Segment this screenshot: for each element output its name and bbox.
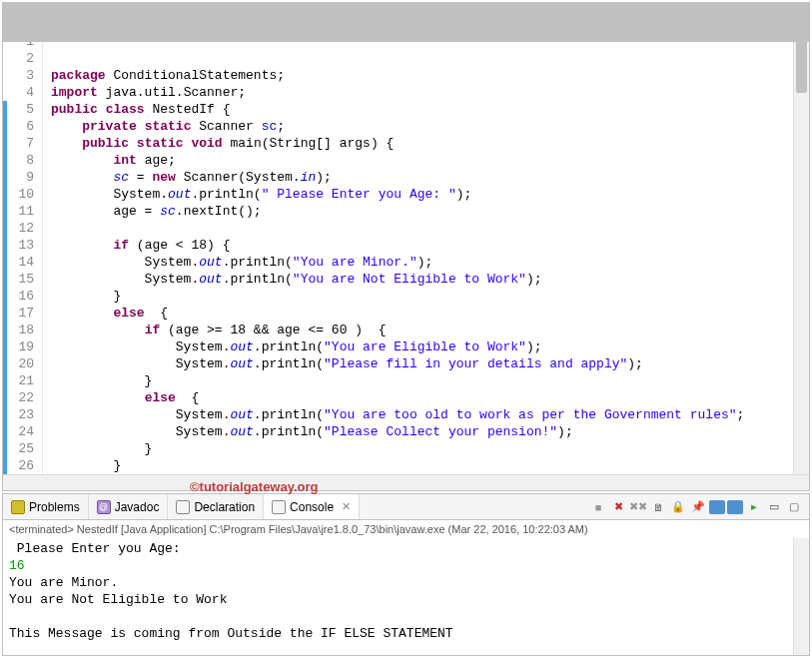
editor-pane: J NestedIf.java ✕ 1234567891011121314151… <box>2 2 810 491</box>
bottom-tab-bar: Problems @ Javadoc Declaration Console ✕… <box>3 494 809 520</box>
console-output[interactable]: Please Enter you Age: 16You are Minor.Yo… <box>3 538 793 655</box>
vertical-scrollbar[interactable] <box>793 29 809 474</box>
tab-javadoc[interactable]: @ Javadoc <box>89 494 169 519</box>
remove-launch-icon[interactable]: ✖ <box>609 498 627 516</box>
bottom-pane: Problems @ Javadoc Declaration Console ✕… <box>2 493 810 656</box>
console-toolbar: ■ ✖ ✖✖ 🗎 🔒 📌 ▸ ▭ ▢ <box>589 498 803 516</box>
tab-declaration[interactable]: Declaration <box>168 494 264 519</box>
watermark: ©tutorialgateway.org <box>190 479 319 494</box>
tab-console[interactable]: Console ✕ <box>264 494 360 519</box>
terminate-icon[interactable]: ■ <box>589 498 607 516</box>
maximize-pane-icon[interactable]: ▢ <box>785 498 803 516</box>
code-content[interactable]: package ConditionalStatements;import jav… <box>43 29 793 474</box>
tab-problems[interactable]: Problems <box>3 494 89 519</box>
display-selected-icon[interactable] <box>709 500 725 514</box>
new-console-icon[interactable]: ▸ <box>745 498 763 516</box>
line-gutter: 1234567891011121314151617181920212223242… <box>3 29 43 474</box>
problems-icon <box>11 500 25 514</box>
close-icon[interactable]: ✕ <box>342 500 351 513</box>
pin-console-icon[interactable]: 📌 <box>689 498 707 516</box>
console-scrollbar[interactable] <box>793 538 809 655</box>
minimize-pane-icon[interactable]: ▭ <box>765 498 783 516</box>
code-area[interactable]: 1234567891011121314151617181920212223242… <box>3 29 809 474</box>
open-console-icon[interactable] <box>727 500 743 514</box>
clear-console-icon[interactable]: 🗎 <box>649 498 667 516</box>
console-icon <box>272 500 286 514</box>
declaration-icon <box>176 500 190 514</box>
console-status: <terminated> NestedIf [Java Application]… <box>3 520 809 538</box>
horizontal-scrollbar[interactable] <box>3 474 809 490</box>
scroll-lock-icon[interactable]: 🔒 <box>669 498 687 516</box>
remove-all-icon[interactable]: ✖✖ <box>629 498 647 516</box>
javadoc-icon: @ <box>97 500 111 514</box>
